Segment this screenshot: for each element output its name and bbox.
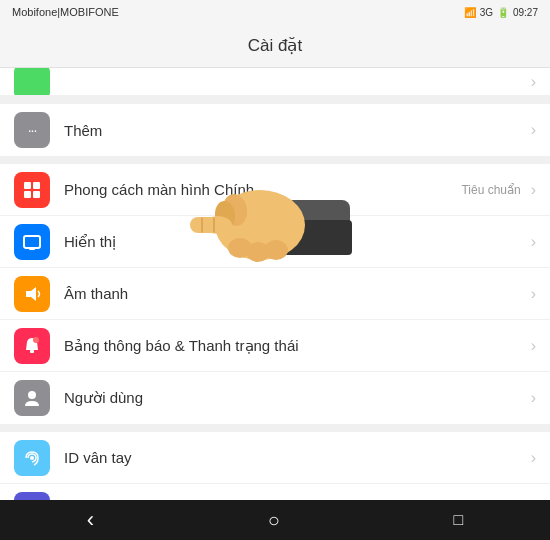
nav-home-button[interactable]: ○	[248, 505, 300, 536]
settings-item-phong-cach[interactable]: Phong cách màn hình Chính Tiêu chuẩn ›	[0, 164, 550, 216]
them-chevron: ›	[531, 121, 536, 139]
bang-thong-bao-icon	[14, 328, 50, 364]
header: Cài đặt	[0, 24, 550, 68]
page-title: Cài đặt	[248, 35, 302, 56]
nguoi-dung-label: Người dùng	[64, 389, 527, 407]
svg-point-9	[28, 391, 36, 399]
am-thanh-chevron: ›	[531, 285, 536, 303]
time-text: 09:27	[513, 7, 538, 18]
settings-item-bang-thong-bao[interactable]: Bảng thông báo & Thanh trạng thái ›	[0, 320, 550, 372]
wifi-icon: 3G	[480, 7, 493, 18]
am-thanh-icon	[14, 276, 50, 312]
svg-point-10	[30, 456, 34, 460]
svg-rect-0	[24, 182, 31, 189]
phong-cach-label: Phong cách màn hình Chính	[64, 181, 461, 198]
signal-icon: 📶	[464, 7, 476, 18]
nguoi-dung-chevron: ›	[531, 389, 536, 407]
phong-cach-icon	[14, 172, 50, 208]
id-van-tay-label: ID vân tay	[64, 449, 527, 466]
partial-chevron: ›	[531, 73, 536, 91]
status-icons: 📶 3G 🔋 09:27	[464, 7, 538, 18]
hien-thi-chevron: ›	[531, 233, 536, 251]
partial-icon	[14, 68, 50, 96]
settings-item-nguoi-dung[interactable]: Người dùng ›	[0, 372, 550, 424]
nav-back-button[interactable]: ‹	[67, 503, 114, 537]
carrier-text: Mobifone|MOBIFONE	[12, 6, 119, 18]
nav-recent-button[interactable]: □	[433, 507, 483, 533]
section-security: ID vân tay › Khóa màn hình & Mật khẩu ›	[0, 432, 550, 500]
nguoi-dung-icon	[14, 380, 50, 416]
svg-rect-7	[30, 350, 34, 353]
bottom-nav: ‹ ○ □	[0, 500, 550, 540]
battery-icon: 🔋	[497, 7, 509, 18]
svg-rect-5	[29, 248, 35, 250]
settings-item-am-thanh[interactable]: Âm thanh ›	[0, 268, 550, 320]
svg-rect-3	[33, 191, 40, 198]
id-van-tay-icon	[14, 440, 50, 476]
settings-item-id-van-tay[interactable]: ID vân tay ›	[0, 432, 550, 484]
id-van-tay-chevron: ›	[531, 449, 536, 467]
partial-top-item: ›	[0, 68, 550, 96]
hien-thi-icon	[14, 224, 50, 260]
them-label: Thêm	[64, 122, 527, 139]
am-thanh-label: Âm thanh	[64, 285, 527, 302]
svg-rect-4	[24, 236, 40, 248]
svg-point-8	[33, 337, 39, 343]
khoa-man-hinh-icon	[14, 492, 50, 501]
settings-item-them[interactable]: ··· Thêm ›	[0, 104, 550, 156]
settings-item-khoa-man-hinh[interactable]: Khóa màn hình & Mật khẩu ›	[0, 484, 550, 500]
status-bar: Mobifone|MOBIFONE 📶 3G 🔋 09:27	[0, 0, 550, 24]
hien-thi-label: Hiển thị	[64, 233, 527, 251]
them-icon: ···	[14, 112, 50, 148]
svg-rect-1	[33, 182, 40, 189]
svg-rect-2	[24, 191, 31, 198]
svg-marker-6	[26, 287, 36, 301]
bang-thong-bao-chevron: ›	[531, 337, 536, 355]
phong-cach-chevron: ›	[531, 181, 536, 199]
settings-item-hien-thi[interactable]: Hiển thị ›	[0, 216, 550, 268]
phong-cach-sublabel: Tiêu chuẩn	[461, 183, 520, 197]
section-display: Phong cách màn hình Chính Tiêu chuẩn › H…	[0, 164, 550, 424]
settings-container: › ··· Thêm › Phong cách màn hình Chính T…	[0, 68, 550, 500]
bang-thong-bao-label: Bảng thông báo & Thanh trạng thái	[64, 337, 527, 355]
section-more: ··· Thêm ›	[0, 104, 550, 156]
